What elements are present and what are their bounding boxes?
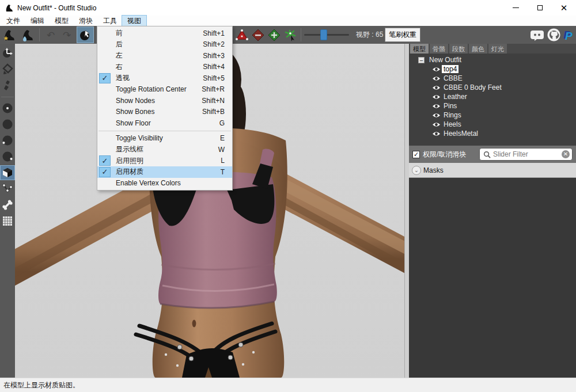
menu-item-enable-lighting[interactable]: ✓ 启用照明 L — [97, 155, 232, 167]
redo-button[interactable]: ↷ — [59, 27, 75, 43]
tree-item-heelsmetal[interactable]: HeelsMetal — [409, 129, 576, 138]
eye-icon[interactable] — [432, 112, 441, 119]
maximize-button[interactable] — [528, 0, 552, 16]
close-button[interactable]: ✕ — [552, 0, 576, 16]
eye-icon[interactable] — [432, 131, 441, 137]
tree-item-heels[interactable]: Heels — [409, 120, 576, 129]
menu-item-toggle-rotation-center[interactable]: Toggle Rotation Center Shift+R — [97, 84, 232, 96]
tab-lights[interactable]: 灯光 — [488, 44, 507, 54]
collapse-icon[interactable]: − — [418, 57, 425, 63]
slider-filter-input[interactable] — [493, 150, 560, 158]
discord-icon[interactable] — [530, 29, 544, 41]
checkmark-icon: ✓ — [414, 151, 419, 158]
menu-item-back[interactable]: 后 Shift+2 — [97, 39, 232, 51]
tree-item-pins[interactable]: Pins — [409, 101, 576, 111]
status-text: 在模型上显示材质贴图。 — [3, 380, 79, 390]
weight-nodes-button[interactable] — [1, 182, 14, 196]
app-icon — [5, 3, 14, 13]
menu-item-enable-textures[interactable]: ✓ 启用材质 T — [97, 166, 232, 178]
github-icon[interactable] — [547, 28, 560, 41]
menu-item-left[interactable]: 左 Shift+3 — [97, 50, 232, 62]
masks-section-header[interactable]: ⌄ Masks — [409, 163, 576, 178]
brush-left-dot-icon — [2, 135, 13, 146]
brush-center-dot-button[interactable] — [1, 101, 14, 115]
fov-slider-handle[interactable] — [320, 29, 327, 40]
fov-slider-track[interactable] — [304, 34, 349, 36]
menu-item-right[interactable]: 右 Shift+4 — [97, 62, 232, 73]
eye-icon[interactable] — [432, 103, 441, 109]
menu-tools[interactable]: 工具 — [98, 16, 122, 26]
bone-tool-button[interactable] — [1, 198, 14, 212]
select-tool-button[interactable] — [77, 27, 93, 43]
menu-slider[interactable]: 滑块 — [74, 16, 98, 26]
eraser-tool-button[interactable] — [1, 78, 14, 92]
select-sliders-checkbox[interactable]: ✓ — [412, 151, 420, 158]
panel-splitter[interactable] — [404, 44, 409, 378]
panel-tabs: 模型 骨骼 段数 颜色 灯光 — [409, 44, 576, 54]
tree-item-rings[interactable]: Rings — [409, 111, 576, 120]
tree-item-cbbe-0-body-feet[interactable]: CBBE 0 Body Feet — [409, 83, 576, 92]
menu-edit[interactable]: 编辑 — [25, 16, 50, 26]
menu-item-enable-vertex-colors[interactable]: Enable Vertex Colors — [97, 178, 232, 189]
tree-root-new-outfit[interactable]: − New Outfit — [409, 55, 576, 64]
mesh-tree: − New Outfit top4 CBBE CBBE 0 Body Feet — [409, 54, 576, 146]
menu-shape[interactable]: 模型 — [50, 16, 74, 26]
title-bar: New Outfit* - Outfit Studio ✕ — [0, 0, 576, 16]
mesh-view-button[interactable] — [1, 166, 14, 180]
tab-meshes[interactable]: 模型 — [410, 44, 429, 54]
menu-item-show-nodes[interactable]: Show Nodes Shift+N — [97, 95, 232, 106]
menu-item-show-wireframe[interactable]: 显示线框 W — [97, 144, 232, 155]
top-toolbar: ↶ ↷ — [0, 26, 576, 44]
close-icon: ✕ — [560, 3, 568, 12]
menu-item-show-floor[interactable]: Show Floor G — [97, 117, 232, 129]
menu-item-perspective[interactable]: ✓ 透视 Shift+5 — [97, 73, 232, 84]
checkmark-icon: ✓ — [102, 168, 108, 176]
tree-item-leather[interactable]: Leather — [409, 92, 576, 101]
vertex-edit-button[interactable] — [234, 27, 250, 43]
rotate-view-icon — [2, 47, 13, 59]
deflate-brush-icon — [251, 28, 265, 42]
tab-segments[interactable]: 段数 — [449, 44, 468, 54]
chevron-down-icon[interactable]: ⌄ — [412, 166, 421, 175]
menu-view[interactable]: 视图 — [122, 16, 146, 26]
paypal-icon[interactable]: P P — [563, 29, 574, 41]
deflate-brush-button[interactable] — [250, 27, 266, 43]
tab-colors[interactable]: 颜色 — [469, 44, 487, 54]
window-title: New Outfit* - Outfit Studio — [17, 4, 96, 12]
select-tool-icon — [79, 29, 92, 41]
grid-tool-button[interactable] — [1, 214, 14, 228]
inflate-brush-button[interactable] — [266, 27, 282, 43]
menu-item-toggle-visibility[interactable]: Toggle Visibility E — [97, 133, 232, 144]
maximize-icon — [537, 5, 543, 10]
tree-item-cbbe[interactable]: CBBE — [409, 74, 576, 83]
brush-right-dot-icon — [2, 151, 13, 162]
menu-item-show-bones[interactable]: Show Bones Shift+B — [97, 106, 232, 118]
brush-solid-button[interactable] — [1, 117, 14, 131]
fov-slider[interactable] — [304, 26, 349, 44]
right-panel: 模型 骨骼 段数 颜色 灯光 − New Outfit top4 CBBE — [409, 44, 576, 378]
eye-icon[interactable] — [432, 75, 441, 82]
load-project-button[interactable] — [20, 27, 36, 43]
eye-icon[interactable] — [432, 66, 441, 73]
move-brush-button[interactable] — [282, 27, 298, 43]
new-project-button[interactable] — [1, 27, 17, 43]
status-bar: 在模型上显示材质贴图。 — [0, 378, 576, 392]
menu-item-front[interactable]: 前 Shift+1 — [97, 28, 232, 39]
brush-right-dot-button[interactable] — [1, 150, 14, 163]
menu-file[interactable]: 文件 — [1, 16, 25, 26]
rotate-view-button[interactable] — [1, 46, 14, 60]
view-dropdown-menu: 前 Shift+1 后 Shift+2 左 Shift+3 右 Shift+4 … — [97, 26, 233, 191]
undo-button[interactable]: ↶ — [43, 27, 59, 43]
eye-icon[interactable] — [432, 85, 441, 91]
tree-item-top4[interactable]: top4 — [409, 64, 576, 74]
mask-brush-button[interactable] — [1, 62, 14, 76]
checkmark-icon: ✓ — [102, 157, 108, 165]
clear-filter-button[interactable]: ✕ — [562, 150, 570, 158]
eye-icon[interactable] — [432, 121, 441, 128]
slider-control-bar: ✓ 权限/取消滑块 ✕ — [409, 146, 576, 163]
brush-left-dot-button[interactable] — [1, 134, 14, 147]
brush-weight-button[interactable]: 笔刷权重 — [385, 28, 420, 42]
tab-bones[interactable]: 骨骼 — [430, 44, 448, 54]
eye-icon[interactable] — [432, 94, 441, 100]
minimize-button[interactable] — [503, 0, 528, 16]
